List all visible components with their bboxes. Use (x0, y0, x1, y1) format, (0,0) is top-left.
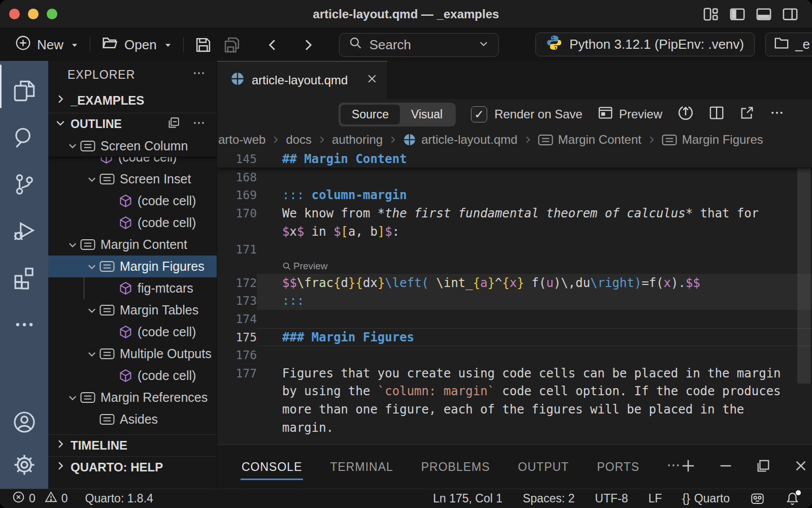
code-line-content[interactable]: margin. (257, 419, 812, 437)
interpreter-selector[interactable]: Python 3.12.1 (PipEnv: .venv) (535, 33, 755, 56)
publish-icon[interactable] (678, 105, 694, 124)
line-number[interactable]: 173 (217, 294, 257, 307)
code-line-content[interactable] (257, 240, 812, 259)
panel-more-tabs-icon[interactable] (666, 458, 681, 476)
feedback-smiley-icon[interactable] (750, 491, 765, 506)
save-all-button[interactable] (218, 37, 247, 53)
code-line-content[interactable]: by using the `column: margin` code cell … (257, 383, 812, 401)
code-line-wrap[interactable]: by using the `column: margin` code cell … (217, 383, 812, 401)
notifications-bell-icon[interactable] (785, 491, 800, 506)
problems-status[interactable]: 0 0 (12, 491, 68, 506)
search-view-icon[interactable] (0, 122, 48, 153)
zoom-window-button[interactable] (47, 9, 57, 19)
customize-layout-icon[interactable] (703, 7, 719, 22)
line-number[interactable]: 168 (217, 171, 257, 184)
code-line-content[interactable]: ::: (257, 292, 812, 310)
close-tab-icon[interactable] (366, 73, 378, 88)
line-number[interactable]: 169 (217, 188, 257, 202)
collapse-all-icon[interactable] (167, 116, 180, 133)
editor-scrollbar[interactable] (797, 155, 810, 384)
minimize-panel-icon[interactable] (718, 458, 733, 475)
toggle-secondary-sidebar-icon[interactable] (783, 7, 798, 22)
line-number[interactable]: 171 (217, 243, 257, 256)
line-number[interactable]: 172 (217, 276, 257, 290)
code-line-174[interactable]: 174 (217, 310, 812, 328)
visual-mode-button[interactable]: Visual (400, 105, 454, 124)
more-views-icon[interactable] (0, 309, 48, 340)
line-number[interactable]: 175 (217, 331, 257, 344)
explorer-icon[interactable] (0, 75, 48, 107)
source-control-icon[interactable] (0, 169, 48, 200)
save-button[interactable] (189, 37, 218, 53)
code-line-wrap[interactable]: more than one figure, each of the figure… (217, 400, 812, 419)
split-editor-icon[interactable] (709, 105, 724, 123)
code-editor[interactable]: 145## Margin Content168169::: column-mar… (217, 150, 812, 444)
encoding-status[interactable]: UTF-8 (595, 492, 628, 505)
outline-item-multiple-outputs[interactable]: Multiple Outputs (48, 343, 217, 365)
code-line-177[interactable]: 177Figures that you create using code ce… (217, 364, 812, 383)
code-line-content[interactable]: $$\frac{d}{dx}\left( \int_{a}^{x} f(u)\,… (257, 274, 812, 292)
close-panel-icon[interactable] (793, 458, 808, 475)
render-on-save-toggle[interactable]: ✓ Render on Save (471, 106, 582, 122)
checkbox-checked-icon[interactable]: ✓ (471, 106, 487, 122)
outline-item-asides[interactable]: Asides (48, 408, 217, 430)
open-button[interactable]: Open (95, 35, 178, 55)
line-number[interactable]: 174 (217, 312, 257, 326)
language-mode-status[interactable]: {} Quarto (682, 492, 730, 505)
settings-gear-icon[interactable] (13, 453, 36, 479)
code-line-169[interactable]: 169::: column-margin (217, 186, 812, 205)
outline-item-code-cell[interactable]: (code cell) (48, 365, 217, 387)
sidebar-section-quarto-help[interactable]: QUARTO: HELP (48, 456, 217, 478)
outline-item-margin-figures[interactable]: Margin Figures (48, 256, 217, 277)
outline-item-code-cell[interactable]: (code cell) (48, 321, 217, 343)
explorer-more-actions-icon[interactable] (192, 67, 206, 83)
preview-codelens[interactable]: Preview (282, 261, 328, 272)
breadcrumb-docs[interactable]: docs (286, 133, 312, 147)
forward-button[interactable] (295, 38, 321, 52)
panel-tab-console[interactable]: CONSOLE (241, 451, 303, 483)
extensions-icon[interactable] (0, 262, 48, 294)
code-line-content[interactable]: ::: column-margin (257, 186, 812, 205)
code-line-171[interactable]: 171 (217, 240, 812, 259)
outline-more-actions-icon[interactable] (192, 116, 206, 133)
outline-item-margin-references[interactable]: Margin References (48, 387, 217, 408)
preview-button[interactable]: Preview (598, 105, 662, 123)
panel-tab-problems[interactable]: PROBLEMS (420, 451, 491, 483)
editor-more-actions-icon[interactable] (770, 106, 784, 123)
chevron-down-icon[interactable] (67, 392, 80, 403)
codelens-row[interactable]: Preview (217, 259, 812, 274)
quarto-version-status[interactable]: Quarto: 1.8.4 (85, 492, 153, 505)
source-mode-button[interactable]: Source (341, 105, 400, 124)
breadcrumb-arto-web[interactable]: arto-web (218, 133, 265, 147)
code-line-content[interactable]: Preview (257, 259, 812, 274)
panel-tab-terminal[interactable]: TERMINAL (329, 451, 394, 483)
code-line-content[interactable]: We know from *the first fundamental theo… (257, 204, 812, 223)
tab-article-layout-qmd[interactable]: article-layout.qmd (217, 61, 388, 99)
code-line-168[interactable]: 168 (217, 168, 812, 186)
outline-item-code-cell[interactable]: (code cell) (48, 212, 217, 234)
code-line-content[interactable] (257, 168, 812, 186)
code-line-content[interactable] (257, 310, 812, 328)
search-input[interactable]: Search (339, 33, 499, 57)
chevron-down-icon[interactable] (67, 140, 80, 151)
cursor-position-status[interactable]: Ln 175, Col 1 (433, 492, 502, 505)
code-line-wrap[interactable]: margin. (217, 419, 812, 437)
outline-item-fig-mtcars[interactable]: fig-mtcars (48, 277, 217, 299)
line-number[interactable]: 177 (217, 367, 257, 380)
indentation-status[interactable]: Spaces: 2 (523, 492, 574, 505)
breadcrumb-authoring[interactable]: authoring (332, 133, 383, 147)
eol-status[interactable]: LF (648, 492, 662, 505)
line-number[interactable]: 145 (217, 152, 257, 166)
chevron-down-icon[interactable] (86, 174, 99, 185)
code-line-content[interactable]: more than one figure, each of the figure… (257, 400, 812, 419)
breadcrumb-margin-figures[interactable]: Margin Figures (662, 133, 763, 147)
run-debug-icon[interactable] (0, 215, 48, 247)
account-icon[interactable] (13, 410, 36, 436)
code-line-170[interactable]: 170We know from *the first fundamental t… (217, 204, 812, 223)
code-line-173[interactable]: 173::: (217, 292, 812, 310)
breadcrumb-margin-content[interactable]: Margin Content (538, 133, 641, 147)
outline-item-screen-column[interactable]: Screen Column (48, 135, 217, 157)
sidebar-section-examples[interactable]: _EXAMPLES (48, 88, 217, 113)
chevron-down-icon[interactable] (86, 305, 99, 316)
toggle-primary-sidebar-icon[interactable] (730, 7, 745, 22)
